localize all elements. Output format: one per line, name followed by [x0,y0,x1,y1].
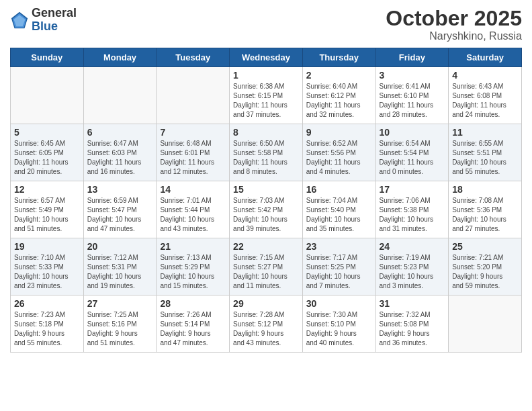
day-info: Sunrise: 7:01 AM Sunset: 5:44 PM Dayligh… [160,196,226,234]
day-info: Sunrise: 7:25 AM Sunset: 5:16 PM Dayligh… [87,310,153,348]
calendar-cell: 7Sunrise: 6:48 AM Sunset: 6:01 PM Daylig… [157,124,230,181]
calendar-cell: 1Sunrise: 6:38 AM Sunset: 6:15 PM Daylig… [230,67,303,124]
day-info: Sunrise: 7:26 AM Sunset: 5:14 PM Dayligh… [160,310,226,348]
day-number: 4 [452,70,518,81]
calendar-cell: 5Sunrise: 6:45 AM Sunset: 6:05 PM Daylig… [11,124,84,181]
day-number: 27 [87,298,153,309]
calendar-cell: 19Sunrise: 7:10 AM Sunset: 5:33 PM Dayli… [11,238,84,295]
day-number: 20 [87,241,153,252]
location: Naryshkino, Russia [386,30,522,42]
day-number: 19 [14,241,80,252]
day-number: 16 [306,184,372,195]
day-info: Sunrise: 7:10 AM Sunset: 5:33 PM Dayligh… [14,253,80,291]
column-header-monday: Monday [83,48,157,67]
title-block: October 2025 Naryshkino, Russia [386,7,522,42]
day-number: 5 [14,127,80,138]
calendar-cell: 26Sunrise: 7:23 AM Sunset: 5:18 PM Dayli… [11,295,84,353]
day-info: Sunrise: 7:19 AM Sunset: 5:23 PM Dayligh… [380,253,445,291]
day-number: 22 [233,241,299,252]
day-number: 10 [380,127,445,138]
day-info: Sunrise: 7:30 AM Sunset: 5:10 PM Dayligh… [306,310,372,348]
column-header-wednesday: Wednesday [230,48,303,67]
day-info: Sunrise: 7:08 AM Sunset: 5:36 PM Dayligh… [452,196,518,234]
logo-icon [10,11,29,30]
day-number: 26 [14,298,80,309]
calendar-cell: 13Sunrise: 6:59 AM Sunset: 5:47 PM Dayli… [83,181,157,238]
day-info: Sunrise: 6:45 AM Sunset: 6:05 PM Dayligh… [14,139,80,177]
week-row-3: 12Sunrise: 6:57 AM Sunset: 5:49 PM Dayli… [11,181,522,238]
month-title: October 2025 [386,7,522,30]
calendar-cell: 18Sunrise: 7:08 AM Sunset: 5:36 PM Dayli… [449,181,522,238]
day-info: Sunrise: 6:43 AM Sunset: 6:08 PM Dayligh… [452,82,518,120]
calendar-body: 1Sunrise: 6:38 AM Sunset: 6:15 PM Daylig… [11,67,522,353]
day-number: 3 [380,70,445,81]
week-row-1: 1Sunrise: 6:38 AM Sunset: 6:15 PM Daylig… [11,67,522,124]
day-number: 14 [160,184,226,195]
column-header-tuesday: Tuesday [157,48,230,67]
calendar-cell: 8Sunrise: 6:50 AM Sunset: 5:58 PM Daylig… [230,124,303,181]
calendar-cell: 3Sunrise: 6:41 AM Sunset: 6:10 PM Daylig… [375,67,449,124]
column-header-thursday: Thursday [302,48,375,67]
day-info: Sunrise: 7:06 AM Sunset: 5:38 PM Dayligh… [380,196,445,234]
day-number: 9 [306,127,372,138]
day-info: Sunrise: 7:12 AM Sunset: 5:31 PM Dayligh… [87,253,153,291]
calendar-cell: 20Sunrise: 7:12 AM Sunset: 5:31 PM Dayli… [83,238,157,295]
header-row: SundayMondayTuesdayWednesdayThursdayFrid… [11,48,522,67]
day-number: 1 [233,70,299,81]
calendar-cell: 17Sunrise: 7:06 AM Sunset: 5:38 PM Dayli… [375,181,449,238]
calendar-cell [83,67,157,124]
day-info: Sunrise: 7:28 AM Sunset: 5:12 PM Dayligh… [233,310,299,348]
calendar-cell: 15Sunrise: 7:03 AM Sunset: 5:42 PM Dayli… [230,181,303,238]
week-row-2: 5Sunrise: 6:45 AM Sunset: 6:05 PM Daylig… [11,124,522,181]
calendar-cell: 12Sunrise: 6:57 AM Sunset: 5:49 PM Dayli… [11,181,84,238]
day-info: Sunrise: 6:55 AM Sunset: 5:51 PM Dayligh… [452,139,518,177]
day-number: 28 [160,298,226,309]
day-number: 25 [452,241,518,252]
day-info: Sunrise: 7:04 AM Sunset: 5:40 PM Dayligh… [306,196,372,234]
column-header-saturday: Saturday [449,48,522,67]
calendar-cell [157,67,230,124]
calendar-cell: 28Sunrise: 7:26 AM Sunset: 5:14 PM Dayli… [157,295,230,353]
calendar-cell: 9Sunrise: 6:52 AM Sunset: 5:56 PM Daylig… [302,124,375,181]
calendar-cell: 25Sunrise: 7:21 AM Sunset: 5:20 PM Dayli… [449,238,522,295]
calendar-cell: 27Sunrise: 7:25 AM Sunset: 5:16 PM Dayli… [83,295,157,353]
day-info: Sunrise: 7:17 AM Sunset: 5:25 PM Dayligh… [306,253,372,291]
day-number: 2 [306,70,372,81]
day-number: 21 [160,241,226,252]
calendar-cell: 21Sunrise: 7:13 AM Sunset: 5:29 PM Dayli… [157,238,230,295]
day-info: Sunrise: 6:59 AM Sunset: 5:47 PM Dayligh… [87,196,153,234]
day-number: 15 [233,184,299,195]
calendar-cell: 29Sunrise: 7:28 AM Sunset: 5:12 PM Dayli… [230,295,303,353]
calendar-cell [11,67,84,124]
day-number: 31 [380,298,445,309]
day-info: Sunrise: 7:13 AM Sunset: 5:29 PM Dayligh… [160,253,226,291]
day-info: Sunrise: 6:41 AM Sunset: 6:10 PM Dayligh… [380,82,445,120]
day-number: 12 [14,184,80,195]
column-header-friday: Friday [375,48,449,67]
day-number: 29 [233,298,299,309]
header: General Blue October 2025 Naryshkino, Ru… [10,7,522,42]
day-number: 13 [87,184,153,195]
calendar-cell: 31Sunrise: 7:32 AM Sunset: 5:08 PM Dayli… [375,295,449,353]
day-info: Sunrise: 6:54 AM Sunset: 5:54 PM Dayligh… [380,139,445,177]
calendar-cell: 24Sunrise: 7:19 AM Sunset: 5:23 PM Dayli… [375,238,449,295]
day-info: Sunrise: 7:32 AM Sunset: 5:08 PM Dayligh… [380,310,445,348]
calendar-cell: 11Sunrise: 6:55 AM Sunset: 5:51 PM Dayli… [449,124,522,181]
week-row-4: 19Sunrise: 7:10 AM Sunset: 5:33 PM Dayli… [11,238,522,295]
day-number: 11 [452,127,518,138]
calendar-cell: 4Sunrise: 6:43 AM Sunset: 6:08 PM Daylig… [449,67,522,124]
day-number: 23 [306,241,372,252]
calendar-header: SundayMondayTuesdayWednesdayThursdayFrid… [11,48,522,67]
day-info: Sunrise: 6:38 AM Sunset: 6:15 PM Dayligh… [233,82,299,120]
calendar-cell: 23Sunrise: 7:17 AM Sunset: 5:25 PM Dayli… [302,238,375,295]
logo: General Blue [10,7,77,34]
day-info: Sunrise: 6:52 AM Sunset: 5:56 PM Dayligh… [306,139,372,177]
calendar-cell: 10Sunrise: 6:54 AM Sunset: 5:54 PM Dayli… [375,124,449,181]
calendar-cell [449,295,522,353]
day-number: 18 [452,184,518,195]
day-number: 8 [233,127,299,138]
calendar-cell: 2Sunrise: 6:40 AM Sunset: 6:12 PM Daylig… [302,67,375,124]
logo-blue: Blue [32,19,58,33]
day-number: 17 [380,184,445,195]
day-number: 6 [87,127,153,138]
